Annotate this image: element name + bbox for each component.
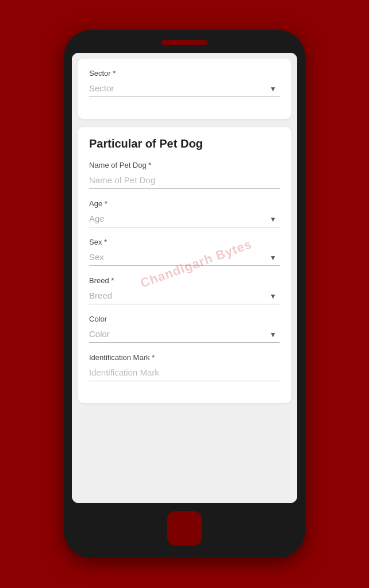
identification-mark-label: Identification Mark * (89, 353, 280, 362)
sex-select-wrapper[interactable]: Sex ▼ (89, 250, 280, 266)
breed-select-wrapper[interactable]: Breed ▼ (89, 288, 280, 304)
pet-dog-card: Chandigarh Bytes Particular of Pet Dog N… (78, 127, 291, 403)
screen-content: Sector * Sector ▼ Chandigarh Bytes Parti… (72, 53, 297, 503)
color-select-wrapper[interactable]: Color ▼ (89, 327, 280, 343)
sector-label: Sector * (89, 69, 280, 78)
breed-select[interactable]: Breed (89, 288, 280, 304)
color-field-group: Color Color ▼ (89, 315, 280, 343)
age-select-wrapper[interactable]: Age ▼ (89, 211, 280, 227)
sector-field-group: Sector * Sector ▼ (89, 69, 280, 97)
sex-field-group: Sex * Sex ▼ (89, 238, 280, 266)
identification-mark-input[interactable] (89, 365, 280, 381)
phone-top-indicator (162, 40, 207, 45)
sex-label: Sex * (89, 238, 280, 246)
color-select[interactable]: Color (89, 327, 280, 343)
sector-card: Sector * Sector ▼ (78, 59, 291, 119)
sex-select[interactable]: Sex (89, 250, 280, 266)
age-label: Age * (89, 199, 280, 208)
phone-screen: Sector * Sector ▼ Chandigarh Bytes Parti… (72, 53, 297, 503)
sector-select-wrapper[interactable]: Sector ▼ (89, 81, 280, 97)
color-label: Color (89, 315, 280, 323)
phone-frame: Sector * Sector ▼ Chandigarh Bytes Parti… (64, 30, 305, 558)
age-field-group: Age * Age ▼ (89, 199, 280, 227)
section-title: Particular of Pet Dog (89, 137, 280, 150)
name-of-pet-dog-input[interactable] (89, 173, 280, 189)
name-of-pet-dog-label: Name of Pet Dog * (89, 161, 280, 169)
breed-field-group: Breed * Breed ▼ (89, 276, 280, 304)
name-of-pet-dog-field-group: Name of Pet Dog * (89, 161, 280, 189)
identification-mark-field-group: Identification Mark * (89, 353, 280, 381)
sector-select[interactable]: Sector (89, 81, 280, 97)
breed-label: Breed * (89, 276, 280, 285)
phone-home-button[interactable] (167, 511, 202, 546)
age-select[interactable]: Age (89, 211, 280, 227)
